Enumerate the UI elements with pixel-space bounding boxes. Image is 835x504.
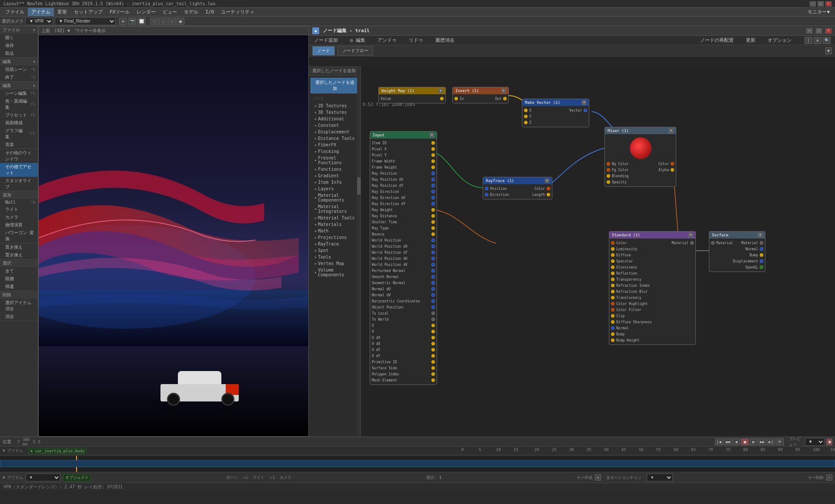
node-make-vector[interactable]: Make Vector (1) ▼ X Vector Y <box>522 99 589 127</box>
port-surf-material-in[interactable] <box>711 241 715 245</box>
port-y-in[interactable] <box>524 115 528 118</box>
port-udy[interactable] <box>431 348 435 351</box>
cat-gradient[interactable]: ▶Gradient <box>309 172 361 179</box>
viewport-canvas[interactable] <box>39 35 308 436</box>
tab-nodeflow[interactable]: ノードフロー <box>337 46 373 56</box>
toolbar-icon-camera[interactable]: 📷 <box>128 18 136 25</box>
cat-fresnel[interactable]: ▶Fresnel Functions <box>309 155 361 166</box>
transport-prev-key[interactable]: ◀◀ <box>724 438 731 445</box>
cat-distance-tools[interactable]: ▶Distance Tools <box>309 135 361 142</box>
node-surface-expand[interactable]: ▼ <box>758 233 762 237</box>
timeline-bar[interactable] <box>0 460 835 467</box>
port-surf-material-out[interactable] <box>760 241 763 245</box>
cat-spot[interactable]: ▶Spot <box>309 247 361 254</box>
sidebar-item-null[interactable]: Null^N <box>0 199 38 206</box>
node-panel-toggle[interactable]: ▼ <box>825 47 832 54</box>
node-mixer[interactable]: Mixer (1) ▼ Bg Color Color Fg Color <box>605 127 676 187</box>
toolbar-icon-square[interactable]: ⬜ <box>137 18 145 25</box>
node-window-minimize[interactable]: – <box>806 28 812 33</box>
node-main-canvas[interactable]: X:52 Y:103 Zoom:100% <box>361 66 835 437</box>
sidebar-item-import[interactable]: 取込 <box>0 50 38 57</box>
node-raytrace-expand[interactable]: ▼ <box>545 179 549 183</box>
port-z-in[interactable] <box>524 121 528 124</box>
port-std-refridx[interactable] <box>611 284 615 287</box>
port-std-normal[interactable] <box>611 326 615 330</box>
node-standard-header[interactable]: Standard (1) ▼ <box>609 232 695 239</box>
port-toworld[interactable] <box>431 318 435 321</box>
cat-fiberfx[interactable]: ▶FiberFX <box>309 142 361 148</box>
port-alpha-out[interactable] <box>671 168 674 172</box>
cat-item-info[interactable]: ▶Item Info <box>309 179 361 186</box>
sidebar-item-color-edit[interactable]: 色・質感編集FS <box>0 97 38 111</box>
port-worldposdx[interactable] <box>431 245 435 248</box>
render-select[interactable]: ▼ Final_Render <box>55 17 116 25</box>
node-menu-redo[interactable]: リドゥ <box>406 37 426 43</box>
menu-utility[interactable]: ユーティリティ <box>217 8 258 16</box>
timeline-track[interactable] <box>0 455 835 472</box>
node-raytrace[interactable]: RayTrace (1) ▼ Position Color Direction … <box>483 177 552 199</box>
port-std-bump[interactable] <box>611 332 615 336</box>
sidebar-item-delete[interactable]: 消去 <box>0 313 38 321</box>
sidebar-item-physics[interactable]: 物理演算 <box>0 221 38 229</box>
port-x-in[interactable] <box>524 109 528 112</box>
port-geonorm[interactable] <box>431 281 435 285</box>
port-normdu[interactable] <box>431 287 435 291</box>
cat-material-components[interactable]: ▶Material Components <box>309 192 361 203</box>
port-std-diff[interactable] <box>611 253 615 257</box>
node-menu-edit[interactable]: ◎ 編集 <box>347 37 368 43</box>
menu-view[interactable]: ビュー <box>159 8 180 16</box>
node-menu-arrange[interactable]: ノードの再配置 <box>698 37 736 43</box>
node-raytrace-header[interactable]: RayTrace (1) ▼ <box>483 177 552 184</box>
node-add-selected-button[interactable]: 選択したノードを追加 <box>311 78 359 93</box>
node-input-expand[interactable]: ▼ <box>430 133 434 137</box>
transport-play[interactable]: ▶ <box>750 438 758 445</box>
node-window-close[interactable]: × <box>825 28 832 33</box>
port-raydist[interactable] <box>431 214 435 218</box>
port-worldposdu[interactable] <box>431 257 435 260</box>
tl-item-dropdown[interactable]: ▼ <box>26 474 60 481</box>
node-window-maximize[interactable]: □ <box>816 28 822 33</box>
menu-io[interactable]: I/O <box>202 8 217 16</box>
port-worldposdy[interactable] <box>431 251 435 254</box>
cat-constant[interactable]: ▶Constant <box>309 122 361 129</box>
node-input-header[interactable]: Input ▼ <box>370 132 437 139</box>
node-mixer-header[interactable]: Mixer (1) ▼ <box>605 127 676 134</box>
sidebar-item-scene-edit[interactable]: シーン編集F8 <box>0 90 38 97</box>
cat-2d-textures[interactable]: ▶2D Textures <box>309 103 361 109</box>
cat-volume-components[interactable]: ▶Volume Components <box>309 267 361 278</box>
sidebar-item-return[interactable]: 帰還 <box>0 283 38 291</box>
cat-displacement[interactable]: ▶Displacement <box>309 129 361 135</box>
node-standard-expand[interactable]: ▼ <box>688 233 693 237</box>
port-color-out[interactable] <box>671 162 674 166</box>
toolbar-icon-settings[interactable]: ⚙ <box>119 18 127 25</box>
port-std-bumpheight[interactable] <box>611 338 615 342</box>
port-std-colorfilt[interactable] <box>611 308 615 312</box>
node-invert-expand[interactable]: ▼ <box>501 89 506 93</box>
port-meshelem[interactable] <box>431 378 435 382</box>
port-raydirdx[interactable] <box>431 196 435 199</box>
node-surface-header[interactable]: Surface ▼ <box>709 232 765 239</box>
node-surface[interactable]: Surface ▼ Material Material Normal <box>709 231 765 272</box>
transport-next-frame[interactable]: ▶▶ <box>758 438 766 445</box>
cat-math[interactable]: ▶Math <box>309 228 361 234</box>
port-invert-out[interactable] <box>503 97 507 100</box>
sidebar-item-light[interactable]: ライト <box>0 206 38 213</box>
node-standard[interactable]: Standard (1) ▼ Color Material Luminosity… <box>609 231 696 345</box>
transport-loop[interactable]: ⟳ <box>776 438 784 445</box>
cat-tools[interactable]: ▶Tools <box>309 254 361 260</box>
port-pixelx[interactable] <box>431 147 435 151</box>
port-std-refrblur[interactable] <box>611 290 615 293</box>
port-objpos[interactable] <box>431 305 435 309</box>
port-pertnormal[interactable] <box>431 269 435 272</box>
port-itemid[interactable] <box>431 141 435 145</box>
tl-key-del-btn[interactable]: – <box>826 474 832 481</box>
menu-item[interactable]: アイテム <box>28 8 54 16</box>
transport-skip-end[interactable]: ▶| <box>767 438 775 445</box>
close-button[interactable]: × <box>825 1 832 7</box>
port-u[interactable] <box>431 324 435 327</box>
tl-keyframe-btn[interactable]: + <box>595 474 601 481</box>
port-worldpos[interactable] <box>431 239 435 242</box>
node-make-vector-expand[interactable]: ▼ <box>582 100 586 105</box>
port-std-refl[interactable] <box>611 272 615 275</box>
menu-setup[interactable]: セットアップ <box>70 8 106 16</box>
